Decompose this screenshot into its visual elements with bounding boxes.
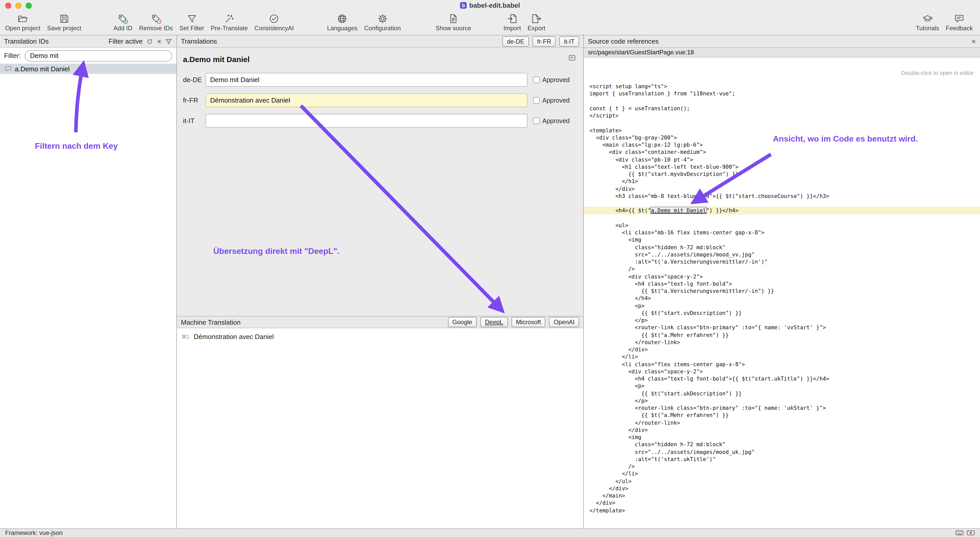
code-line: <p> (584, 302, 980, 309)
code-line (584, 119, 980, 127)
zoom-window-button[interactable] (25, 3, 32, 9)
feedback-button[interactable]: Feedback (944, 12, 975, 32)
toolbar: Open project Save project Add ID Remove … (0, 11, 980, 35)
set-filter-button[interactable]: Set Filter (177, 12, 206, 32)
code-line: <div class="space-y-2"> (584, 368, 980, 375)
code-line (584, 97, 980, 105)
code-line: import { useTranslation } from "i18next-… (584, 90, 980, 97)
close-panel-icon[interactable]: × (971, 38, 976, 45)
source-references-title: Source code references (588, 37, 659, 45)
minimize-window-button[interactable] (15, 3, 22, 9)
window-title-text: babel-edit.babel (469, 2, 520, 9)
row-locale-label: fr-FR (183, 96, 205, 104)
code-line: <div class="pb-10 pt-4"> (584, 156, 980, 163)
code-line: </div> (584, 346, 980, 353)
translations-panel: Translations de-DE fr-FR it-IT a.Demo mi… (177, 35, 584, 528)
approved-checkbox-it-IT[interactable] (533, 118, 540, 124)
code-line: const { t } = useTranslation(); (584, 105, 980, 112)
filter-label: Filter: (4, 52, 21, 59)
approved-label: Approved (542, 97, 570, 104)
languages-button[interactable]: Languages (325, 12, 360, 32)
main-area: Translation IDs Filter active × Filter: … (0, 35, 980, 528)
close-window-button[interactable] (5, 3, 11, 9)
locale-button-it-IT[interactable]: it-IT (560, 36, 579, 46)
screen-record-icon[interactable] (967, 530, 975, 536)
mt-suggestion-row[interactable]: ⌘1 Démonstration avec Daniel (181, 333, 583, 341)
code-line: </main> (584, 492, 980, 499)
annotation-filter-note: Filtern nach dem Key (35, 142, 118, 151)
code-line: class="hidden h-72 md:block" (584, 243, 980, 251)
code-line: <li class="flex items-center gap-x-8"> (584, 360, 980, 368)
code-line: {{ $t("start.vvDescription") }} (584, 309, 980, 317)
code-line: <h4>{{ $t("a.Demo mit Daniel") }}</h4> (584, 207, 980, 214)
code-line: /> (584, 265, 980, 273)
provider-button-microsoft[interactable]: Microsoft (511, 317, 546, 327)
keyboard-icon[interactable] (955, 530, 964, 536)
source-file-reference[interactable]: src/pages/start/GuestStartPage.vue:18 (584, 48, 980, 57)
translation-row-fr-FR: fr-FR Approved (183, 93, 583, 107)
consistency-ai-button[interactable]: ConsistencyAI (253, 12, 296, 32)
comment-icon (5, 66, 12, 72)
comment-note-button[interactable] (568, 54, 576, 62)
mt-shortcut-badge: ⌘1 (181, 334, 194, 339)
translation-input-it-IT[interactable] (205, 114, 527, 128)
code-line: </div> (584, 185, 980, 192)
translation-id-item[interactable]: a.Demo mit Daniel (0, 64, 176, 74)
code-line: </h4> (584, 295, 980, 302)
translation-id-label: a.Demo mit Daniel (15, 65, 70, 73)
approved-checkbox-de-DE[interactable] (533, 76, 540, 83)
pre-translate-button[interactable]: Pre-Translate (208, 12, 250, 32)
configuration-button[interactable]: Configuration (362, 12, 403, 32)
approved-group: Approved (533, 76, 570, 83)
code-line: <p> (584, 382, 980, 390)
code-line: </router-link> (584, 419, 980, 426)
save-project-button[interactable]: Save project (45, 12, 83, 32)
code-line: </ul> (584, 477, 980, 485)
translation-input-fr-FR[interactable] (205, 93, 527, 107)
filter-input[interactable] (24, 50, 172, 61)
translations-title: Translations (181, 37, 217, 45)
filter-icon[interactable] (165, 38, 172, 45)
code-line: /> (584, 463, 980, 470)
framework-label: Framework: vue-json (5, 529, 62, 537)
code-line: <script setup lang="ts"> (584, 83, 980, 90)
status-bar: Framework: vue-json (0, 528, 980, 537)
open-project-button[interactable]: Open project (3, 12, 42, 32)
tutorials-button[interactable]: Tutorials (914, 12, 941, 32)
mt-suggestion-text: Démonstration avec Daniel (194, 333, 274, 341)
remove-ids-button[interactable]: Remove IDs (137, 12, 175, 32)
titlebar: b babel-edit.babel (0, 0, 980, 11)
code-area: Double-click to open in editor <script s… (584, 57, 980, 528)
row-locale-label: de-DE (183, 76, 205, 84)
folder-open-icon (18, 13, 28, 24)
code-line: <h4 class="text-lg font-bold">{{ $t("sta… (584, 375, 980, 382)
status-icons (955, 530, 975, 536)
tag-plus-icon (118, 13, 128, 24)
import-button[interactable]: Import (501, 12, 523, 32)
globe-icon (337, 13, 348, 24)
translation-row-de-DE: de-DE Approved (183, 73, 583, 87)
provider-button-google[interactable]: Google (448, 317, 477, 327)
export-button[interactable]: Export (526, 12, 547, 32)
machine-translation-header: Machine Translation Google DeepL Microso… (177, 316, 583, 328)
show-source-button[interactable]: Show source (434, 12, 473, 32)
graduation-cap-icon (922, 13, 933, 24)
clear-filter-icon[interactable]: × (157, 38, 161, 45)
highlighted-translation-key[interactable]: a.Demo mit Daniel (651, 207, 706, 214)
locale-button-de-DE[interactable]: de-DE (502, 36, 529, 46)
approved-checkbox-fr-FR[interactable] (533, 97, 540, 104)
code-line: <h4 class="text-lg font-bold"> (584, 280, 980, 287)
provider-button-openai[interactable]: OpenAI (549, 317, 579, 327)
approved-group: Approved (533, 117, 570, 124)
code-line: <img (584, 433, 980, 441)
filter-row: Filter: (0, 48, 176, 64)
translation-input-de-DE[interactable] (205, 73, 527, 87)
refresh-icon[interactable] (146, 38, 153, 45)
add-id-button[interactable]: Add ID (111, 12, 134, 32)
code-line: src="../../assets/images/mood_vv.jpg" (584, 251, 980, 258)
code-line: <router-link class="btn-primary" :to="{ … (584, 404, 980, 411)
code-line: <li class="mb-16 flex items-center gap-x… (584, 229, 980, 236)
locale-button-fr-FR[interactable]: fr-FR (533, 36, 556, 46)
provider-button-deepl[interactable]: DeepL (480, 317, 508, 327)
note-icon (568, 54, 576, 62)
